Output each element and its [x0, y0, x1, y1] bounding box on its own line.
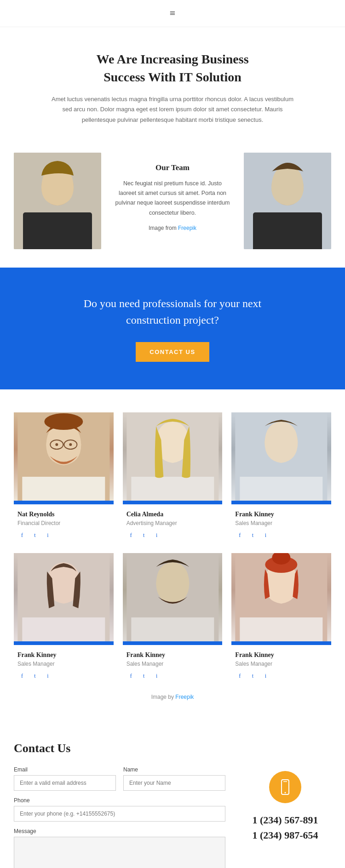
svg-rect-21: [240, 477, 323, 504]
svg-rect-6: [253, 212, 322, 249]
form-row-phone: Phone: [14, 797, 225, 822]
team-card-photo-2: [123, 412, 223, 504]
team-card-info-4: Frank Kinney Sales Manager f t i: [14, 645, 114, 685]
team-member-role-2: Advertising Manager: [126, 520, 219, 526]
team-member-role-5: Sales Manager: [126, 661, 219, 667]
photo-overlay-bar-4: [14, 641, 114, 645]
hero-title: We Are Increasing BusinessSuccess With I…: [46, 50, 299, 86]
message-textarea[interactable]: [14, 837, 225, 868]
phone-icon: [277, 779, 293, 795]
team-card-photo-1: [14, 412, 114, 504]
contact-heading: Contact Us: [14, 742, 331, 755]
team-intro-heading: Our Team: [115, 163, 230, 172]
twitter-icon-6[interactable]: t: [248, 672, 257, 681]
form-group-message: Message: [14, 828, 225, 868]
name-label: Name: [123, 766, 225, 773]
facebook-icon-3[interactable]: f: [235, 531, 244, 540]
team-card-4: Frank Kinney Sales Manager f t i: [14, 553, 114, 685]
team-grid-row2: Frank Kinney Sales Manager f t i: [14, 553, 331, 685]
instagram-icon-5[interactable]: i: [152, 672, 161, 681]
social-icons-1: f t i: [17, 531, 110, 540]
instagram-icon-3[interactable]: i: [261, 531, 270, 540]
team-member-role-3: Sales Manager: [235, 520, 328, 526]
twitter-icon-5[interactable]: t: [139, 672, 149, 681]
svg-rect-25: [131, 617, 214, 645]
facebook-icon-6[interactable]: f: [235, 672, 244, 681]
team-card-photo-4: [14, 553, 114, 645]
twitter-icon-1[interactable]: t: [30, 531, 40, 540]
freepik-link[interactable]: Freepik: [178, 225, 196, 231]
instagram-icon-2[interactable]: i: [152, 531, 161, 540]
facebook-icon-5[interactable]: f: [126, 672, 136, 681]
email-label: Email: [14, 766, 116, 773]
team-card-info-2: Celia Almeda Advertising Manager f t i: [123, 504, 223, 544]
team-member-name-1: Nat Reynolds: [17, 511, 110, 518]
cta-section: Do you need professionals for your nextc…: [0, 268, 345, 389]
team-member-name-5: Frank Kinney: [126, 651, 219, 659]
team-card-6: Frank Kinney Sales Manager f t i: [231, 553, 331, 685]
team-intro-image-credit: Image from Freepik: [115, 223, 230, 233]
instagram-icon-4[interactable]: i: [43, 672, 52, 681]
team-image-credit: Image by Freepik: [14, 694, 331, 700]
team-card-2: Celia Almeda Advertising Manager f t i: [123, 412, 223, 544]
team-member-role-6: Sales Manager: [235, 661, 328, 667]
svg-point-10: [44, 413, 83, 430]
svg-point-31: [285, 792, 286, 793]
team-card-3: Frank Kinney Sales Manager f t i: [231, 412, 331, 544]
team-intro-section: Our Team Nec feugiat nisl pretium fusce …: [14, 153, 331, 249]
facebook-icon-4[interactable]: f: [17, 672, 27, 681]
team-grid-row1: Nat Reynolds Financial Director f t i: [14, 412, 331, 544]
phone-icon-circle: [269, 771, 301, 803]
svg-point-11: [55, 443, 58, 446]
name-input[interactable]: [123, 775, 225, 791]
form-group-phone: Phone: [14, 797, 225, 822]
contact-layout: Email Name Phone Message: [14, 766, 331, 868]
svg-rect-2: [23, 212, 92, 249]
photo-overlay-bar-5: [123, 641, 223, 645]
photo-overlay-bar-3: [231, 501, 331, 504]
svg-rect-9: [22, 477, 105, 504]
team-card-5: Frank Kinney Sales Manager f t i: [123, 553, 223, 685]
team-card-info-3: Frank Kinney Sales Manager f t i: [231, 504, 331, 544]
photo-overlay-bar-6: [231, 641, 331, 645]
contact-us-button[interactable]: CONTACT US: [136, 342, 209, 362]
social-icons-6: f t i: [235, 672, 328, 681]
facebook-icon-2[interactable]: f: [126, 531, 136, 540]
hero-section: We Are Increasing BusinessSuccess With I…: [0, 27, 345, 139]
freepik-team-link[interactable]: Freepik: [175, 694, 194, 700]
team-card-photo-3: [231, 412, 331, 504]
message-label: Message: [14, 828, 225, 834]
team-intro-description: Nec feugiat nisl pretium fusce id. Justo…: [115, 179, 230, 218]
twitter-icon-2[interactable]: t: [139, 531, 149, 540]
team-card-1: Nat Reynolds Financial Director f t i: [14, 412, 114, 544]
photo-overlay-bar-1: [14, 501, 114, 504]
contact-section: Contact Us Email Name Phone: [0, 719, 345, 868]
social-icons-5: f t i: [126, 672, 219, 681]
team-intro-photo-man: [244, 153, 331, 249]
social-icons-4: f t i: [17, 672, 110, 681]
team-intro-photo-woman: [14, 153, 101, 249]
phone-number-1: 1 (234) 567-891: [253, 812, 318, 828]
form-row-message: Message: [14, 828, 225, 868]
team-card-photo-5: [123, 553, 223, 645]
contact-form: Email Name Phone Message: [14, 766, 225, 868]
svg-rect-27: [240, 617, 323, 645]
social-icons-2: f t i: [126, 531, 219, 540]
instagram-icon-1[interactable]: i: [43, 531, 52, 540]
team-card-photo-6: [231, 553, 331, 645]
contact-info: 1 (234) 567-891 1 (234) 987-654: [239, 766, 331, 868]
team-card-info-6: Frank Kinney Sales Manager f t i: [231, 645, 331, 685]
team-intro-text: Our Team Nec feugiat nisl pretium fusce …: [101, 154, 244, 247]
phone-input[interactable]: [14, 806, 225, 822]
team-member-name-2: Celia Almeda: [126, 511, 219, 518]
phone-label: Phone: [14, 797, 225, 804]
team-grid-section: Nat Reynolds Financial Director f t i: [0, 389, 345, 719]
twitter-icon-3[interactable]: t: [248, 531, 257, 540]
instagram-icon-6[interactable]: i: [261, 672, 270, 681]
site-header: ≡: [0, 0, 345, 27]
twitter-icon-4[interactable]: t: [30, 672, 40, 681]
email-input[interactable]: [14, 775, 116, 791]
facebook-icon-1[interactable]: f: [17, 531, 27, 540]
form-row-email-name: Email Name: [14, 766, 225, 791]
menu-icon[interactable]: ≡: [170, 7, 175, 19]
